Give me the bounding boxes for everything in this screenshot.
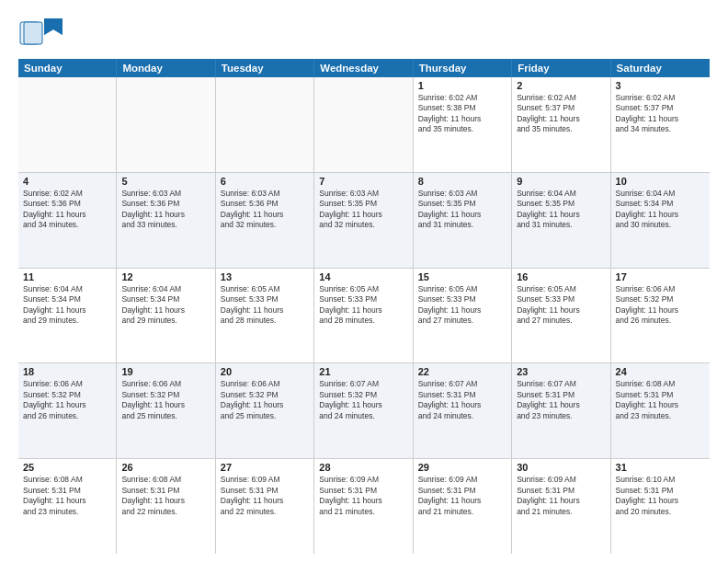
day-info: Sunrise: 6:04 AMSunset: 5:34 PMDaylight:… — [616, 189, 705, 231]
day-cell-18: 18Sunrise: 6:06 AMSunset: 5:32 PMDayligh… — [18, 363, 117, 458]
day-info: Sunrise: 6:08 AMSunset: 5:31 PMDaylight:… — [121, 475, 210, 517]
empty-cell — [216, 77, 314, 172]
day-info: Sunrise: 6:08 AMSunset: 5:31 PMDaylight:… — [23, 475, 111, 517]
day-info: Sunrise: 6:03 AMSunset: 5:36 PMDaylight:… — [121, 189, 210, 231]
day-info: Sunrise: 6:09 AMSunset: 5:31 PMDaylight:… — [221, 475, 309, 517]
week-row-2: 4Sunrise: 6:02 AMSunset: 5:36 PMDaylight… — [18, 173, 710, 269]
empty-cell — [117, 77, 215, 172]
day-number: 18 — [23, 366, 111, 377]
day-number: 15 — [418, 271, 506, 282]
day-cell-25: 25Sunrise: 6:08 AMSunset: 5:31 PMDayligh… — [18, 459, 117, 554]
day-number: 20 — [221, 366, 309, 377]
day-number: 16 — [517, 271, 605, 282]
day-number: 12 — [121, 271, 210, 282]
day-number: 11 — [23, 271, 111, 282]
day-cell-1: 1Sunrise: 6:02 AMSunset: 5:38 PMDaylight… — [414, 77, 512, 172]
header — [18, 15, 710, 52]
day-info: Sunrise: 6:02 AMSunset: 5:36 PMDaylight:… — [23, 189, 111, 231]
day-number: 13 — [221, 271, 309, 282]
day-info: Sunrise: 6:07 AMSunset: 5:31 PMDaylight:… — [517, 379, 605, 421]
day-info: Sunrise: 6:08 AMSunset: 5:31 PMDaylight:… — [616, 379, 705, 421]
day-cell-9: 9Sunrise: 6:04 AMSunset: 5:35 PMDaylight… — [512, 173, 610, 268]
day-info: Sunrise: 6:04 AMSunset: 5:34 PMDaylight:… — [121, 284, 210, 327]
day-number: 4 — [23, 176, 111, 187]
day-info: Sunrise: 6:09 AMSunset: 5:31 PMDaylight:… — [418, 475, 506, 517]
week-row-1: 1Sunrise: 6:02 AMSunset: 5:38 PMDaylight… — [18, 77, 710, 173]
day-number: 19 — [121, 366, 210, 377]
svg-rect-2 — [24, 22, 42, 44]
week-row-5: 25Sunrise: 6:08 AMSunset: 5:31 PMDayligh… — [18, 459, 710, 554]
logo-icon — [18, 15, 66, 52]
day-number: 29 — [418, 462, 506, 473]
day-cell-24: 24Sunrise: 6:08 AMSunset: 5:31 PMDayligh… — [611, 363, 710, 458]
day-cell-12: 12Sunrise: 6:04 AMSunset: 5:34 PMDayligh… — [117, 269, 215, 363]
page: SundayMondayTuesdayWednesdayThursdayFrid… — [0, 0, 728, 563]
day-number: 9 — [517, 176, 605, 187]
empty-cell — [314, 77, 413, 172]
day-cell-7: 7Sunrise: 6:03 AMSunset: 5:35 PMDaylight… — [314, 173, 413, 268]
header-day-thursday: Thursday — [414, 59, 512, 77]
header-day-friday: Friday — [512, 59, 610, 77]
day-cell-6: 6Sunrise: 6:03 AMSunset: 5:36 PMDaylight… — [216, 173, 314, 268]
day-info: Sunrise: 6:09 AMSunset: 5:31 PMDaylight:… — [319, 475, 407, 517]
day-info: Sunrise: 6:09 AMSunset: 5:31 PMDaylight:… — [517, 475, 605, 517]
day-cell-15: 15Sunrise: 6:05 AMSunset: 5:33 PMDayligh… — [414, 269, 512, 363]
day-number: 25 — [23, 462, 111, 473]
day-info: Sunrise: 6:06 AMSunset: 5:32 PMDaylight:… — [23, 379, 111, 421]
day-cell-13: 13Sunrise: 6:05 AMSunset: 5:33 PMDayligh… — [216, 269, 314, 363]
day-info: Sunrise: 6:07 AMSunset: 5:31 PMDaylight:… — [418, 379, 506, 421]
day-number: 3 — [616, 80, 705, 91]
day-number: 10 — [616, 176, 705, 187]
day-cell-19: 19Sunrise: 6:06 AMSunset: 5:32 PMDayligh… — [117, 363, 215, 458]
day-cell-23: 23Sunrise: 6:07 AMSunset: 5:31 PMDayligh… — [512, 363, 610, 458]
day-cell-20: 20Sunrise: 6:06 AMSunset: 5:32 PMDayligh… — [216, 363, 314, 458]
header-day-monday: Monday — [117, 59, 215, 77]
day-info: Sunrise: 6:02 AMSunset: 5:37 PMDaylight:… — [517, 93, 605, 135]
day-info: Sunrise: 6:04 AMSunset: 5:34 PMDaylight:… — [23, 284, 111, 327]
empty-cell — [18, 77, 117, 172]
day-cell-10: 10Sunrise: 6:04 AMSunset: 5:34 PMDayligh… — [611, 173, 710, 268]
day-info: Sunrise: 6:03 AMSunset: 5:35 PMDaylight:… — [418, 189, 506, 231]
day-info: Sunrise: 6:05 AMSunset: 5:33 PMDaylight:… — [418, 284, 506, 327]
day-number: 8 — [418, 176, 506, 187]
day-number: 2 — [517, 80, 605, 91]
day-info: Sunrise: 6:10 AMSunset: 5:31 PMDaylight:… — [616, 475, 705, 517]
day-info: Sunrise: 6:05 AMSunset: 5:33 PMDaylight:… — [221, 284, 309, 327]
day-cell-31: 31Sunrise: 6:10 AMSunset: 5:31 PMDayligh… — [611, 459, 710, 554]
day-cell-4: 4Sunrise: 6:02 AMSunset: 5:36 PMDaylight… — [18, 173, 117, 268]
day-number: 23 — [517, 366, 605, 377]
day-info: Sunrise: 6:04 AMSunset: 5:35 PMDaylight:… — [517, 189, 605, 231]
day-number: 27 — [221, 462, 309, 473]
day-number: 22 — [418, 366, 506, 377]
day-cell-8: 8Sunrise: 6:03 AMSunset: 5:35 PMDaylight… — [414, 173, 512, 268]
week-row-3: 11Sunrise: 6:04 AMSunset: 5:34 PMDayligh… — [18, 269, 710, 364]
day-number: 26 — [121, 462, 210, 473]
day-cell-28: 28Sunrise: 6:09 AMSunset: 5:31 PMDayligh… — [314, 459, 413, 554]
day-cell-16: 16Sunrise: 6:05 AMSunset: 5:33 PMDayligh… — [512, 269, 610, 363]
calendar-body: 1Sunrise: 6:02 AMSunset: 5:38 PMDaylight… — [18, 77, 710, 554]
day-cell-5: 5Sunrise: 6:03 AMSunset: 5:36 PMDaylight… — [117, 173, 215, 268]
header-day-tuesday: Tuesday — [216, 59, 314, 77]
header-day-wednesday: Wednesday — [314, 59, 413, 77]
day-info: Sunrise: 6:02 AMSunset: 5:38 PMDaylight:… — [418, 93, 506, 135]
day-number: 24 — [616, 366, 705, 377]
week-row-4: 18Sunrise: 6:06 AMSunset: 5:32 PMDayligh… — [18, 363, 710, 459]
day-cell-30: 30Sunrise: 6:09 AMSunset: 5:31 PMDayligh… — [512, 459, 610, 554]
header-day-sunday: Sunday — [18, 59, 117, 77]
day-number: 31 — [616, 462, 705, 473]
day-cell-26: 26Sunrise: 6:08 AMSunset: 5:31 PMDayligh… — [117, 459, 215, 554]
day-info: Sunrise: 6:07 AMSunset: 5:32 PMDaylight:… — [319, 379, 407, 421]
day-number: 6 — [221, 176, 309, 187]
day-cell-29: 29Sunrise: 6:09 AMSunset: 5:31 PMDayligh… — [414, 459, 512, 554]
day-number: 14 — [319, 271, 407, 282]
day-info: Sunrise: 6:06 AMSunset: 5:32 PMDaylight:… — [221, 379, 309, 421]
header-day-saturday: Saturday — [611, 59, 710, 77]
day-number: 17 — [616, 271, 705, 282]
day-cell-21: 21Sunrise: 6:07 AMSunset: 5:32 PMDayligh… — [314, 363, 413, 458]
day-info: Sunrise: 6:06 AMSunset: 5:32 PMDaylight:… — [121, 379, 210, 421]
day-info: Sunrise: 6:03 AMSunset: 5:36 PMDaylight:… — [221, 189, 309, 231]
calendar: SundayMondayTuesdayWednesdayThursdayFrid… — [18, 59, 710, 554]
day-info: Sunrise: 6:03 AMSunset: 5:35 PMDaylight:… — [319, 189, 407, 231]
day-cell-3: 3Sunrise: 6:02 AMSunset: 5:37 PMDaylight… — [611, 77, 710, 172]
day-number: 30 — [517, 462, 605, 473]
